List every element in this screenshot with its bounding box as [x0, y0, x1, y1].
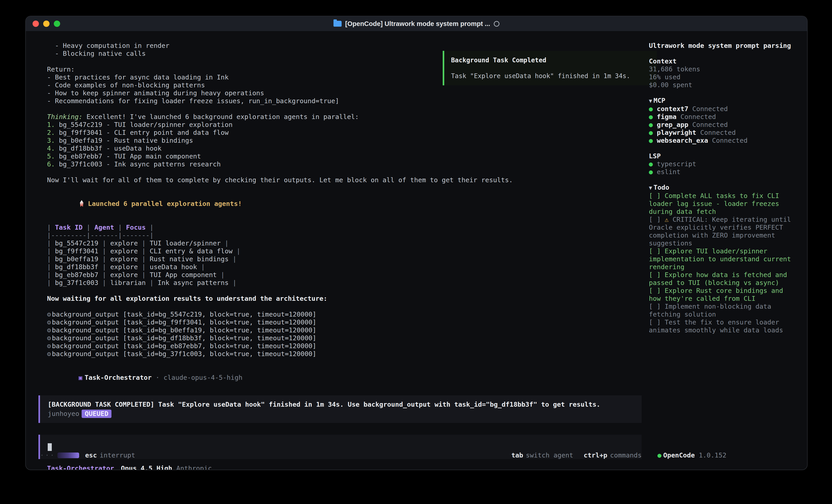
- checkbox: [ ]: [649, 216, 665, 223]
- background-output-calls: ⚙background_output [task_id=bg_5547c219,…: [38, 310, 642, 358]
- todo-item: [ ] Explore TUI loader/spinner implement…: [649, 247, 798, 271]
- todo-item: [ ] Explore Rust core bindings and how t…: [649, 287, 798, 303]
- terminal-line: [38, 184, 642, 192]
- agent-bar: Task-OrchestratorOpus 4.5 HighAnthropic: [38, 465, 642, 470]
- checkbox: [ ]: [649, 318, 665, 326]
- chevron-down-icon: ▼: [649, 185, 652, 191]
- status-dot: ●: [649, 105, 657, 113]
- close-button[interactable]: [32, 21, 39, 27]
- terminal-line: - Recommendations for fixing loader free…: [38, 97, 642, 105]
- terminal-pane[interactable]: - Heavy computation in render - Blocking…: [38, 31, 642, 470]
- app-name: OpenCode: [663, 451, 695, 459]
- lsp-item: ● eslint: [649, 168, 798, 176]
- agents-table: | Task ID | Agent | Focus ||---------|--…: [38, 224, 642, 287]
- todo-item: [ ] Explore how data is fetched and pass…: [649, 271, 798, 287]
- sidebar: Ultrawork mode system prompt parsing Con…: [649, 31, 798, 470]
- checkbox: [ ]: [649, 303, 665, 310]
- terminal-line: [38, 358, 642, 366]
- status-dot: ●: [649, 121, 657, 129]
- status-dot: ●: [649, 168, 657, 176]
- terminal-line: [38, 216, 642, 224]
- mcp-item: ● context7 Connected: [649, 105, 798, 113]
- terminal-line: | bg_37f1c003 | librarian | Ink async pa…: [38, 279, 642, 287]
- tab-key-hint: tab: [512, 451, 523, 459]
- chevron-down-icon: ▼: [649, 98, 652, 104]
- terminal-line: 2. bg_f9ff3041 - CLI entry point and dat…: [38, 129, 642, 137]
- mcp-item: ● playwright Connected: [649, 129, 798, 137]
- session-title: Ultrawork mode system prompt parsing: [649, 42, 798, 50]
- progress-indicator: [57, 452, 79, 458]
- checkbox: [ ]: [649, 271, 665, 279]
- agent-icon: ▣: [79, 374, 82, 381]
- terminal-line: ⚙background_output [task_id=bg_5547c219,…: [38, 310, 642, 318]
- zoom-button[interactable]: [54, 21, 60, 27]
- terminal-line: [38, 105, 642, 113]
- notification-toast[interactable]: Background Task Completed Task "Explore …: [443, 51, 657, 85]
- terminal-line: 4. bg_df18bb3f - useData hook: [38, 144, 642, 152]
- terminal-line: Now I'll wait for all of them to complet…: [38, 176, 642, 184]
- checkbox: [ ]: [649, 287, 665, 295]
- todo-item: [ ] ⚠ CRITICAL: Keep iterating until Ora…: [649, 216, 798, 247]
- warning-icon: ⚠: [665, 216, 673, 223]
- terminal-line: [38, 303, 642, 310]
- todo-heading[interactable]: ▼Todo: [649, 184, 798, 192]
- lsp-heading: LSP: [649, 152, 798, 160]
- terminal-line: | bg_df18bb3f | explore | useData hook |: [38, 263, 642, 271]
- mcp-heading[interactable]: ▼MCP: [649, 96, 798, 105]
- terminal-line: 5. bg_eb87ebb7 - TUI App main component: [38, 152, 642, 160]
- esc-key-label: interrupt: [100, 451, 135, 459]
- folder-icon: [334, 21, 342, 27]
- terminal-line: | bg_eb87ebb7 | explore | TUI App compon…: [38, 271, 642, 279]
- statusbar-hints: tabswitch agentctrl+pcommands: [512, 451, 642, 459]
- mcp-item: ● grep_app Connected: [649, 121, 798, 129]
- context-heading: Context: [649, 57, 798, 65]
- terminal-line: ⚙background_output [task_id=bg_b0effa19,…: [38, 326, 642, 334]
- todo-item: [ ] Implement non-blocking data fetching…: [649, 303, 798, 318]
- launch-line: Launched 6 parallel exploration agents!: [38, 192, 642, 216]
- status-dot: ●: [649, 160, 657, 168]
- todo-item: [ ] Complete ALL tasks to fix CLI loader…: [649, 192, 798, 216]
- terminal-line: [38, 287, 642, 295]
- agent-name: Task-Orchestrator: [47, 465, 114, 470]
- lsp-item: ● typescript: [649, 160, 798, 168]
- checkbox: [ ]: [649, 247, 665, 255]
- text-cursor: [48, 443, 52, 451]
- orchestrator-line: ▣Task-Orchestrator · claude-opus-4-5-hig…: [38, 366, 642, 390]
- esc-key-hint: esc: [85, 451, 97, 459]
- status-dot: ●: [657, 451, 661, 459]
- mcp-item: ● websearch_exa Connected: [649, 137, 798, 144]
- lsp-section: LSP ● typescript● eslint: [649, 152, 798, 176]
- terminal-line: - How to keep spinner animating during h…: [38, 89, 642, 97]
- commands-key-label: commands: [610, 451, 642, 459]
- agent-provider: Anthropic: [176, 465, 212, 470]
- terminal-line: 1. bg_5547c219 - TUI loader/spinner expl…: [38, 121, 642, 129]
- proxy-circle-icon: [494, 21, 499, 27]
- context-stat: 31,686 tokens: [649, 65, 798, 73]
- terminal-line: |---------|-------|-------|: [38, 231, 642, 240]
- status-dot: ●: [649, 137, 657, 144]
- banner-text: [BACKGROUND TASK COMPLETED] Task "Explor…: [48, 400, 634, 409]
- notification-spacer: [451, 64, 650, 72]
- todo-item: [ ] Test the fix to ensure loader animat…: [649, 318, 798, 334]
- minimize-button[interactable]: [43, 21, 50, 27]
- app-version-number: 1.0.152: [699, 451, 726, 459]
- rocket-icon: [79, 200, 85, 207]
- status-dot: ●: [649, 129, 657, 136]
- terminal-line: 6. bg_37f1c003 - Ink async patterns rese…: [38, 160, 642, 168]
- status-dot: ●: [649, 113, 657, 120]
- terminal-line: - Heavy computation in render: [38, 42, 642, 50]
- checkbox: [ ]: [649, 192, 665, 200]
- queued-badge: QUEUED: [82, 410, 112, 418]
- statusbar-left: ··· esc interrupt: [40, 451, 135, 459]
- terminal-line: [38, 168, 642, 176]
- context-stat: 16% used: [649, 73, 798, 81]
- agent-model: Opus 4.5 High: [121, 465, 172, 470]
- terminal-line: | bg_f9ff3041 | explore | CLI entry & da…: [38, 247, 642, 255]
- terminal-line: ⚙background_output [task_id=bg_df18bb3f,…: [38, 334, 642, 342]
- terminal-line: ⚙background_output [task_id=bg_f9ff3041,…: [38, 318, 642, 326]
- app-version: ●OpenCode 1.0.152: [657, 451, 726, 459]
- todo-section: ▼Todo [ ] Complete ALL tasks to fix CLI …: [649, 184, 798, 334]
- task-completed-banner: [BACKGROUND TASK COMPLETED] Task "Explor…: [38, 395, 642, 423]
- notification-body: Task "Explore useData hook" finished in …: [451, 72, 650, 80]
- terminal-line: Thinking: Excellent! I've launched 6 bac…: [38, 113, 642, 121]
